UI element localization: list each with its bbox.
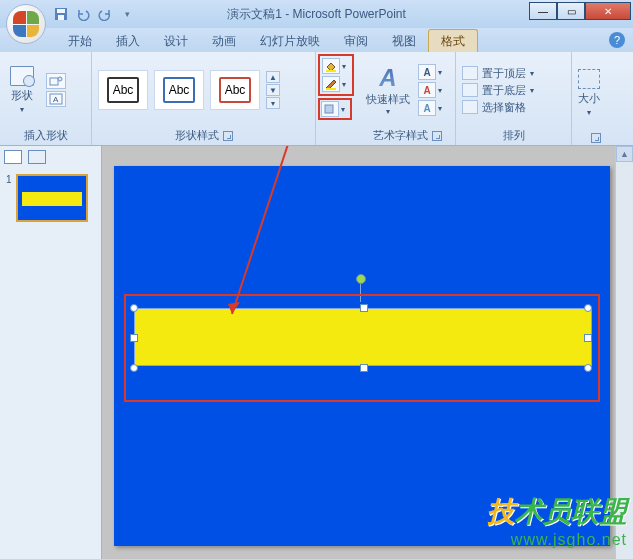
resize-handle-bc[interactable] [360,364,368,372]
tab-animation[interactable]: 动画 [200,30,248,52]
text-effects-button[interactable]: A▾ [418,100,446,116]
resize-handle-tl[interactable] [130,304,138,312]
rotation-handle[interactable] [356,274,366,284]
svg-rect-9 [325,105,333,113]
window-title: 演示文稿1 - Microsoft PowerPoint [227,6,406,23]
group-wordart-label: 艺术字样式 [373,128,428,143]
shapes-button[interactable]: 形状 ▾ [6,64,38,116]
size-label: 大小 [578,91,600,106]
shape-outline-button[interactable]: ▾ [322,76,350,92]
wordart-dialog-launcher[interactable] [432,131,442,141]
text-box-icon[interactable]: A [46,91,66,107]
resize-handle-br[interactable] [584,364,592,372]
wordart-quickstyle-button[interactable]: A 快速样式 ▾ [366,64,410,116]
thumb-preview [16,174,88,222]
tab-design[interactable]: 设计 [152,30,200,52]
size-dialog-launcher[interactable] [591,133,601,143]
style-preset-3[interactable]: Abc [210,70,260,110]
tab-view[interactable]: 视图 [380,30,428,52]
gallery-more-icon[interactable]: ▾ [266,97,280,109]
effects-dropdown-icon[interactable]: ▾ [341,105,349,114]
tab-format[interactable]: 格式 [428,29,478,52]
svg-rect-7 [326,70,336,72]
text-fill-icon: A [418,64,436,80]
tab-insert[interactable]: 插入 [104,30,152,52]
undo-icon[interactable] [74,5,92,23]
style-preset-2[interactable]: Abc [154,70,204,110]
tab-slideshow[interactable]: 幻灯片放映 [248,30,332,52]
save-icon[interactable] [52,5,70,23]
gallery-up-icon[interactable]: ▲ [266,71,280,83]
group-shape-styles-label: 形状样式 [175,128,219,143]
wordart-quickstyle-label: 快速样式 [366,92,410,107]
shape-fill-button[interactable]: ▾ [322,58,350,74]
send-back-button[interactable]: 置于底层▾ [462,83,538,98]
style-preset-1[interactable]: Abc [98,70,148,110]
shapes-icon [10,66,34,86]
wordart-icon: A [379,64,396,92]
text-fill-button[interactable]: A▾ [418,64,446,80]
group-arrange-label: 排列 [503,128,525,143]
fill-dropdown-icon[interactable]: ▾ [342,62,350,71]
resize-handle-bl[interactable] [130,364,138,372]
svg-rect-8 [326,88,336,90]
tab-review[interactable]: 审阅 [332,30,380,52]
office-button[interactable] [6,4,46,44]
bring-front-icon [462,66,478,80]
help-icon[interactable]: ? [609,32,625,48]
svg-text:A: A [53,95,59,104]
svg-rect-2 [58,15,64,20]
gallery-down-icon[interactable]: ▼ [266,84,280,96]
qat-more-icon[interactable]: ▾ [118,5,136,23]
scroll-up-icon[interactable]: ▲ [616,146,633,162]
maximize-button[interactable]: ▭ [557,2,585,20]
outline-tab-icon[interactable] [28,150,46,164]
svg-rect-1 [57,9,65,13]
svg-rect-3 [50,78,58,85]
vertical-scrollbar[interactable]: ▲ [615,146,633,559]
redo-icon[interactable] [96,5,114,23]
text-outline-icon: A [418,82,436,98]
resize-handle-tr[interactable] [584,304,592,312]
office-logo-icon [13,11,39,37]
shapes-label: 形状 [11,88,33,103]
annotation-selection-box [124,294,600,402]
resize-handle-mr[interactable] [584,334,592,342]
outline-pen-icon [322,76,340,92]
resize-handle-ml[interactable] [130,334,138,342]
size-button[interactable]: 大小 ▾ [578,69,600,117]
slide-canvas[interactable] [114,166,610,546]
outline-dropdown-icon[interactable]: ▾ [342,80,350,89]
text-outline-button[interactable]: A▾ [418,82,446,98]
edit-shape-icon[interactable] [46,73,66,89]
shape-effects-button[interactable]: ▾ [318,98,352,120]
slide-thumbnail-1[interactable]: 1 [6,174,95,222]
shape-styles-dialog-launcher[interactable] [223,131,233,141]
shape-style-gallery[interactable]: Abc Abc Abc ▲ ▼ ▾ [98,70,280,110]
effects-icon [321,101,339,117]
send-back-icon [462,83,478,97]
svg-point-4 [58,77,62,81]
resize-handle-tc[interactable] [360,304,368,312]
slides-tab-icon[interactable] [4,150,22,164]
text-effects-icon: A [418,100,436,116]
selected-shape[interactable] [134,308,592,366]
slide-editor[interactable]: ▲ [102,146,633,559]
minimize-button[interactable]: — [529,2,557,20]
selection-pane-button[interactable]: 选择窗格 [462,100,538,115]
thumb-number: 1 [6,174,12,222]
selection-pane-icon [462,100,478,114]
bring-front-button[interactable]: 置于顶层▾ [462,66,538,81]
fill-bucket-icon [322,58,340,74]
close-button[interactable]: ✕ [585,2,631,20]
quick-access-toolbar: ▾ [52,5,136,23]
tab-home[interactable]: 开始 [56,30,104,52]
size-icon [578,69,600,89]
group-insert-shapes-label: 插入形状 [24,128,68,143]
